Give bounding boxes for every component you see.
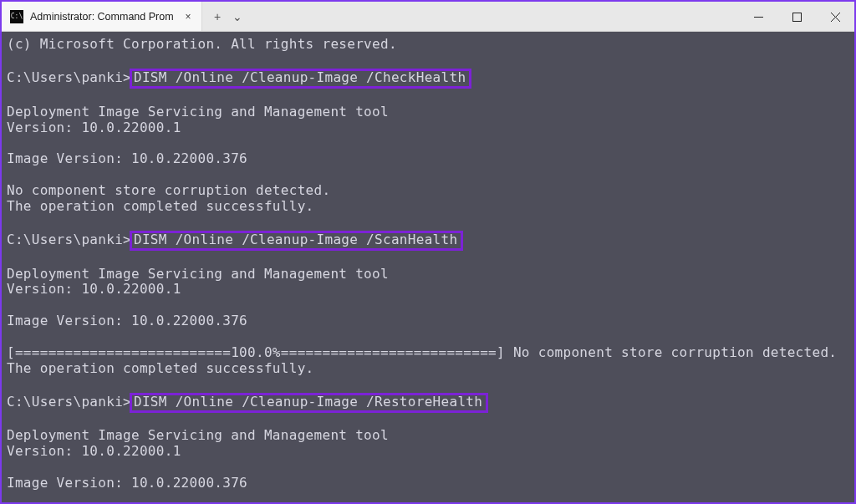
line-image-version2: Image Version: 10.0.22000.376 bbox=[7, 313, 247, 328]
tab-dropdown-button[interactable]: ⌄ bbox=[232, 10, 242, 23]
titlebar-drag-area[interactable] bbox=[254, 2, 739, 31]
line-version: Version: 10.0.22000.1 bbox=[7, 120, 181, 135]
prompt-text: C:\Users\panki> bbox=[7, 69, 131, 85]
svg-rect-1 bbox=[792, 13, 801, 21]
titlebar[interactable]: C:\ Administrator: Command Prom × + ⌄ bbox=[2, 2, 854, 32]
close-icon bbox=[831, 13, 840, 22]
line-prompt1: C:\Users\panki>DISM /Online /Cleanup-Ima… bbox=[7, 69, 471, 85]
terminal-output[interactable]: (c) Microsoft Corporation. All rights re… bbox=[2, 32, 854, 502]
line-prompt3: C:\Users\panki>DISM /Online /Cleanup-Ima… bbox=[7, 394, 488, 410]
prompt-text: C:\Users\panki> bbox=[7, 232, 131, 247]
line-tool-header: Deployment Image Servicing and Managemen… bbox=[7, 104, 389, 120]
line-prompt2: C:\Users\panki>DISM /Online /Cleanup-Ima… bbox=[7, 232, 463, 247]
window-frame: C:\ Administrator: Command Prom × + ⌄ (c… bbox=[0, 0, 856, 504]
line-image-version: Image Version: 10.0.22000.376 bbox=[7, 150, 247, 166]
line-no-corruption: No component store corruption detected. bbox=[7, 182, 330, 198]
line-op-success: The operation completed successfully. bbox=[7, 198, 314, 214]
tab-actions: + ⌄ bbox=[202, 2, 254, 31]
maximize-button[interactable] bbox=[777, 2, 816, 32]
tab-close-button[interactable]: × bbox=[181, 10, 195, 23]
highlight-cmd3: DISM /Online /Cleanup-Image /RestoreHeal… bbox=[130, 393, 488, 413]
new-tab-button[interactable]: + bbox=[214, 10, 221, 23]
highlight-cmd1: DISM /Online /Cleanup-Image /CheckHealth bbox=[130, 69, 471, 89]
prompt-text: C:\Users\panki> bbox=[7, 394, 131, 410]
close-button[interactable] bbox=[816, 2, 854, 32]
line-version2: Version: 10.0.22000.1 bbox=[7, 281, 181, 297]
line-copyright: (c) Microsoft Corporation. All rights re… bbox=[7, 36, 397, 52]
window-controls bbox=[739, 2, 854, 31]
tab-title: Administrator: Command Prom bbox=[30, 11, 175, 23]
line-progress100: [==========================100.0%=======… bbox=[7, 344, 837, 360]
line-op-success2: The operation completed successfully. bbox=[7, 360, 314, 376]
minimize-icon bbox=[754, 13, 763, 22]
line-tool-header3: Deployment Image Servicing and Managemen… bbox=[7, 427, 389, 443]
maximize-icon bbox=[792, 13, 802, 22]
cmd-icon: C:\ bbox=[10, 10, 23, 23]
tab-cmd[interactable]: C:\ Administrator: Command Prom × bbox=[2, 2, 202, 31]
line-version3: Version: 10.0.22000.1 bbox=[7, 443, 181, 459]
line-image-version3: Image Version: 10.0.22000.376 bbox=[7, 475, 247, 491]
highlight-cmd2: DISM /Online /Cleanup-Image /ScanHealth bbox=[130, 231, 463, 251]
minimize-button[interactable] bbox=[739, 2, 777, 32]
line-tool-header2: Deployment Image Servicing and Managemen… bbox=[7, 266, 389, 282]
